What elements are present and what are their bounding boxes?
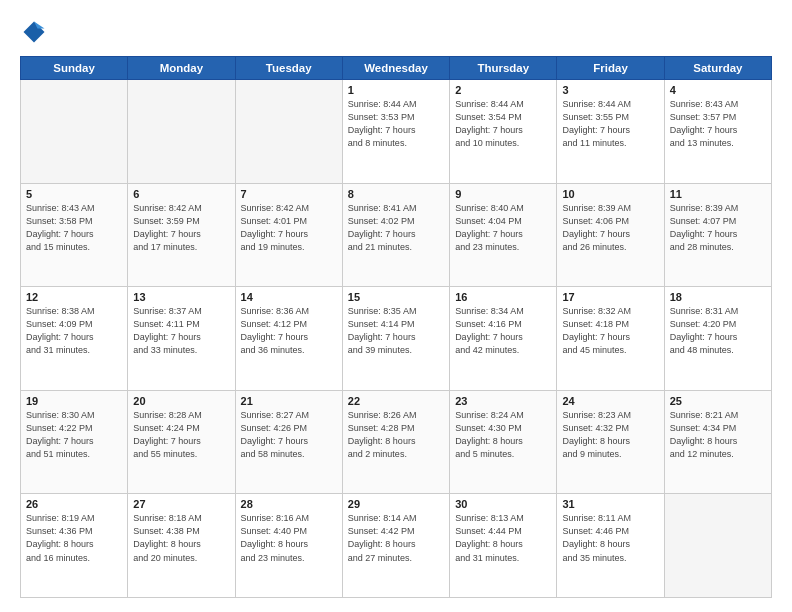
day-cell: 18Sunrise: 8:31 AM Sunset: 4:20 PM Dayli… — [664, 287, 771, 391]
day-cell: 11Sunrise: 8:39 AM Sunset: 4:07 PM Dayli… — [664, 183, 771, 287]
day-info: Sunrise: 8:28 AM Sunset: 4:24 PM Dayligh… — [133, 409, 229, 461]
day-cell: 2Sunrise: 8:44 AM Sunset: 3:54 PM Daylig… — [450, 80, 557, 184]
logo-icon — [20, 18, 48, 46]
day-info: Sunrise: 8:44 AM Sunset: 3:53 PM Dayligh… — [348, 98, 444, 150]
day-info: Sunrise: 8:21 AM Sunset: 4:34 PM Dayligh… — [670, 409, 766, 461]
weekday-header-monday: Monday — [128, 57, 235, 80]
day-info: Sunrise: 8:43 AM Sunset: 3:57 PM Dayligh… — [670, 98, 766, 150]
weekday-header-row: SundayMondayTuesdayWednesdayThursdayFrid… — [21, 57, 772, 80]
day-cell: 4Sunrise: 8:43 AM Sunset: 3:57 PM Daylig… — [664, 80, 771, 184]
day-info: Sunrise: 8:41 AM Sunset: 4:02 PM Dayligh… — [348, 202, 444, 254]
day-cell — [664, 494, 771, 598]
day-info: Sunrise: 8:42 AM Sunset: 3:59 PM Dayligh… — [133, 202, 229, 254]
week-row-5: 26Sunrise: 8:19 AM Sunset: 4:36 PM Dayli… — [21, 494, 772, 598]
day-info: Sunrise: 8:19 AM Sunset: 4:36 PM Dayligh… — [26, 512, 122, 564]
day-number: 5 — [26, 188, 122, 200]
day-cell: 25Sunrise: 8:21 AM Sunset: 4:34 PM Dayli… — [664, 390, 771, 494]
day-cell: 15Sunrise: 8:35 AM Sunset: 4:14 PM Dayli… — [342, 287, 449, 391]
weekday-header-thursday: Thursday — [450, 57, 557, 80]
day-cell: 26Sunrise: 8:19 AM Sunset: 4:36 PM Dayli… — [21, 494, 128, 598]
day-number: 22 — [348, 395, 444, 407]
week-row-3: 12Sunrise: 8:38 AM Sunset: 4:09 PM Dayli… — [21, 287, 772, 391]
day-number: 9 — [455, 188, 551, 200]
day-info: Sunrise: 8:39 AM Sunset: 4:06 PM Dayligh… — [562, 202, 658, 254]
day-number: 6 — [133, 188, 229, 200]
day-number: 14 — [241, 291, 337, 303]
day-cell: 29Sunrise: 8:14 AM Sunset: 4:42 PM Dayli… — [342, 494, 449, 598]
day-cell: 23Sunrise: 8:24 AM Sunset: 4:30 PM Dayli… — [450, 390, 557, 494]
day-number: 30 — [455, 498, 551, 510]
day-info: Sunrise: 8:43 AM Sunset: 3:58 PM Dayligh… — [26, 202, 122, 254]
day-number: 7 — [241, 188, 337, 200]
day-number: 24 — [562, 395, 658, 407]
day-cell: 17Sunrise: 8:32 AM Sunset: 4:18 PM Dayli… — [557, 287, 664, 391]
day-info: Sunrise: 8:23 AM Sunset: 4:32 PM Dayligh… — [562, 409, 658, 461]
day-cell: 27Sunrise: 8:18 AM Sunset: 4:38 PM Dayli… — [128, 494, 235, 598]
day-info: Sunrise: 8:24 AM Sunset: 4:30 PM Dayligh… — [455, 409, 551, 461]
day-cell: 30Sunrise: 8:13 AM Sunset: 4:44 PM Dayli… — [450, 494, 557, 598]
day-number: 18 — [670, 291, 766, 303]
day-cell: 8Sunrise: 8:41 AM Sunset: 4:02 PM Daylig… — [342, 183, 449, 287]
header — [20, 18, 772, 46]
day-info: Sunrise: 8:39 AM Sunset: 4:07 PM Dayligh… — [670, 202, 766, 254]
day-info: Sunrise: 8:35 AM Sunset: 4:14 PM Dayligh… — [348, 305, 444, 357]
day-cell: 21Sunrise: 8:27 AM Sunset: 4:26 PM Dayli… — [235, 390, 342, 494]
day-number: 31 — [562, 498, 658, 510]
day-info: Sunrise: 8:44 AM Sunset: 3:55 PM Dayligh… — [562, 98, 658, 150]
day-info: Sunrise: 8:37 AM Sunset: 4:11 PM Dayligh… — [133, 305, 229, 357]
day-info: Sunrise: 8:36 AM Sunset: 4:12 PM Dayligh… — [241, 305, 337, 357]
day-info: Sunrise: 8:31 AM Sunset: 4:20 PM Dayligh… — [670, 305, 766, 357]
day-cell: 9Sunrise: 8:40 AM Sunset: 4:04 PM Daylig… — [450, 183, 557, 287]
day-number: 13 — [133, 291, 229, 303]
calendar-table: SundayMondayTuesdayWednesdayThursdayFrid… — [20, 56, 772, 598]
week-row-2: 5Sunrise: 8:43 AM Sunset: 3:58 PM Daylig… — [21, 183, 772, 287]
day-info: Sunrise: 8:42 AM Sunset: 4:01 PM Dayligh… — [241, 202, 337, 254]
day-number: 17 — [562, 291, 658, 303]
day-number: 10 — [562, 188, 658, 200]
day-info: Sunrise: 8:11 AM Sunset: 4:46 PM Dayligh… — [562, 512, 658, 564]
day-number: 3 — [562, 84, 658, 96]
day-cell: 12Sunrise: 8:38 AM Sunset: 4:09 PM Dayli… — [21, 287, 128, 391]
day-info: Sunrise: 8:38 AM Sunset: 4:09 PM Dayligh… — [26, 305, 122, 357]
day-cell: 1Sunrise: 8:44 AM Sunset: 3:53 PM Daylig… — [342, 80, 449, 184]
day-number: 15 — [348, 291, 444, 303]
day-info: Sunrise: 8:13 AM Sunset: 4:44 PM Dayligh… — [455, 512, 551, 564]
weekday-header-wednesday: Wednesday — [342, 57, 449, 80]
day-cell: 22Sunrise: 8:26 AM Sunset: 4:28 PM Dayli… — [342, 390, 449, 494]
day-number: 23 — [455, 395, 551, 407]
day-cell: 20Sunrise: 8:28 AM Sunset: 4:24 PM Dayli… — [128, 390, 235, 494]
page: SundayMondayTuesdayWednesdayThursdayFrid… — [0, 0, 792, 612]
day-cell: 31Sunrise: 8:11 AM Sunset: 4:46 PM Dayli… — [557, 494, 664, 598]
day-info: Sunrise: 8:34 AM Sunset: 4:16 PM Dayligh… — [455, 305, 551, 357]
day-info: Sunrise: 8:18 AM Sunset: 4:38 PM Dayligh… — [133, 512, 229, 564]
day-cell: 19Sunrise: 8:30 AM Sunset: 4:22 PM Dayli… — [21, 390, 128, 494]
day-info: Sunrise: 8:26 AM Sunset: 4:28 PM Dayligh… — [348, 409, 444, 461]
day-number: 21 — [241, 395, 337, 407]
day-info: Sunrise: 8:40 AM Sunset: 4:04 PM Dayligh… — [455, 202, 551, 254]
day-number: 20 — [133, 395, 229, 407]
day-cell: 7Sunrise: 8:42 AM Sunset: 4:01 PM Daylig… — [235, 183, 342, 287]
day-number: 26 — [26, 498, 122, 510]
day-cell: 14Sunrise: 8:36 AM Sunset: 4:12 PM Dayli… — [235, 287, 342, 391]
day-number: 4 — [670, 84, 766, 96]
day-number: 27 — [133, 498, 229, 510]
day-number: 12 — [26, 291, 122, 303]
day-cell: 10Sunrise: 8:39 AM Sunset: 4:06 PM Dayli… — [557, 183, 664, 287]
week-row-4: 19Sunrise: 8:30 AM Sunset: 4:22 PM Dayli… — [21, 390, 772, 494]
day-cell — [21, 80, 128, 184]
day-number: 29 — [348, 498, 444, 510]
day-number: 11 — [670, 188, 766, 200]
day-cell: 3Sunrise: 8:44 AM Sunset: 3:55 PM Daylig… — [557, 80, 664, 184]
day-cell: 5Sunrise: 8:43 AM Sunset: 3:58 PM Daylig… — [21, 183, 128, 287]
day-number: 8 — [348, 188, 444, 200]
day-number: 2 — [455, 84, 551, 96]
day-number: 16 — [455, 291, 551, 303]
day-info: Sunrise: 8:44 AM Sunset: 3:54 PM Dayligh… — [455, 98, 551, 150]
logo — [20, 18, 52, 46]
day-number: 1 — [348, 84, 444, 96]
day-info: Sunrise: 8:16 AM Sunset: 4:40 PM Dayligh… — [241, 512, 337, 564]
day-info: Sunrise: 8:32 AM Sunset: 4:18 PM Dayligh… — [562, 305, 658, 357]
weekday-header-tuesday: Tuesday — [235, 57, 342, 80]
day-cell: 24Sunrise: 8:23 AM Sunset: 4:32 PM Dayli… — [557, 390, 664, 494]
week-row-1: 1Sunrise: 8:44 AM Sunset: 3:53 PM Daylig… — [21, 80, 772, 184]
